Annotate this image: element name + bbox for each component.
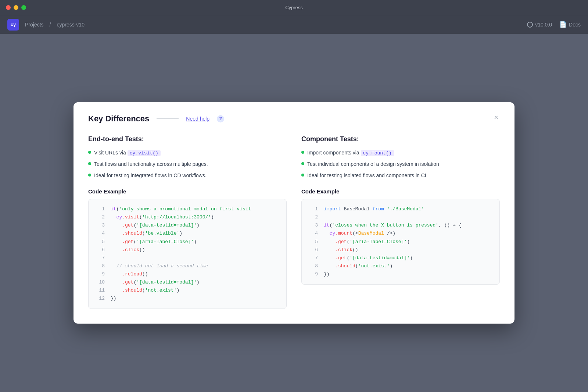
key-differences-modal: Key Differences Need help ? × End-to-end… (74, 102, 514, 324)
nav-project[interactable]: cypress-v10 (57, 22, 84, 28)
version-icon (527, 22, 533, 28)
version-btn[interactable]: v10.0.0 (527, 22, 552, 28)
version-label: v10.0.0 (535, 22, 552, 28)
e2e-bullet-3: Ideal for testing integrated flows in CD… (88, 172, 287, 179)
c-code-line-5: 5 .get('[aria-label=Close]') (302, 238, 499, 246)
page-background: Key Differences Need help ? × End-to-end… (0, 34, 588, 392)
component-code-block: 1 import BaseModal from './BaseModal' 2 … (301, 199, 500, 285)
cy-visit-code: cy.visit() (128, 150, 161, 156)
code-line-2: 2 cy.visit('http://localhost:3000/') (89, 213, 286, 221)
code-line-4: 4 .should('be.visible') (89, 229, 286, 238)
c-code-line-2: 2 (302, 213, 499, 221)
component-bullet-list: Import components via cy.mount() Test in… (301, 149, 500, 180)
component-bullet-1-text: Import components via cy.mount() (307, 149, 394, 157)
code-line-9: 9 .reload() (89, 270, 286, 278)
component-title: Component Tests: (301, 135, 500, 143)
e2e-bullet-3-text: Ideal for testing integrated flows in CD… (94, 172, 207, 179)
close-icon: × (494, 113, 498, 122)
header-right: v10.0.0 📄 Docs (527, 21, 581, 28)
help-icon[interactable]: ? (217, 115, 224, 122)
code-line-7: 7 (89, 254, 286, 262)
need-help-link[interactable]: Need help (186, 116, 209, 122)
code-line-1: 1 it('only shows a promotional modal on … (89, 205, 286, 213)
code-line-12: 12 }) (89, 295, 286, 303)
minimize-traffic-light[interactable] (14, 5, 18, 10)
e2e-bullet-1-text: Visit URLs via cy.visit() (94, 149, 161, 157)
close-traffic-light[interactable] (6, 5, 11, 10)
code-line-5: 5 .get('[aria-label=Close]') (89, 238, 286, 246)
docs-icon: 📄 (559, 21, 567, 28)
component-code-example-title: Code Example (301, 188, 500, 195)
modal-columns: End-to-end Tests: Visit URLs via cy.visi… (88, 135, 500, 309)
bullet-dot (88, 162, 91, 165)
code-line-8: 8 // should not load a second time (89, 262, 286, 270)
component-bullet-1: Import components via cy.mount() (301, 149, 500, 157)
app-title: Cypress (285, 5, 303, 10)
c-code-line-8: 8 .should('not.exist') (302, 262, 499, 270)
close-button[interactable]: × (491, 113, 501, 123)
e2e-bullet-2-text: Test flows and functionality across mult… (94, 160, 208, 168)
modal-title-divider (157, 118, 179, 119)
nav-projects[interactable]: Projects (25, 22, 44, 28)
c-code-line-4: 4 cy.mount(<BaseModal />) (302, 229, 499, 238)
e2e-code-example-title: Code Example (88, 188, 287, 195)
bullet-dot (301, 151, 304, 154)
bullet-dot (301, 174, 304, 177)
component-bullet-3-text: Ideal for testing isolated flows and com… (307, 172, 426, 179)
e2e-bullet-1: Visit URLs via cy.visit() (88, 149, 287, 157)
c-code-line-1: 1 import BaseModal from './BaseModal' (302, 205, 499, 213)
nav-separator: / (50, 22, 51, 28)
bullet-dot (301, 162, 304, 165)
c-code-line-7: 7 .get('[data-testid=modal]') (302, 254, 499, 262)
modal-header: Key Differences Need help ? (88, 114, 500, 124)
component-bullet-3: Ideal for testing isolated flows and com… (301, 172, 500, 179)
component-tests-column: Component Tests: Import components via c… (301, 135, 500, 309)
e2e-bullet-2: Test flows and functionality across mult… (88, 160, 287, 168)
cy-mount-code: cy.mount() (361, 150, 394, 156)
e2e-title: End-to-end Tests: (88, 135, 287, 143)
c-code-line-6: 6 .click() (302, 246, 499, 254)
code-line-11: 11 .should('not.exist') (89, 286, 286, 295)
e2e-code-block: 1 it('only shows a promotional modal on … (88, 199, 287, 309)
bullet-dot (88, 151, 91, 154)
cy-logo: cy (7, 19, 19, 31)
docs-btn[interactable]: 📄 Docs (559, 21, 581, 28)
component-bullet-2-text: Test individual components of a design s… (307, 160, 439, 168)
c-code-line-9: 9 }) (302, 270, 499, 278)
modal-title: Key Differences (88, 114, 149, 124)
code-line-10: 10 .get('[data-testid=modal]') (89, 278, 286, 286)
end-to-end-column: End-to-end Tests: Visit URLs via cy.visi… (88, 135, 287, 309)
app-header: cy Projects / cypress-v10 v10.0.0 📄 Docs (0, 15, 588, 34)
c-code-line-3: 3 it('closes when the X button is presse… (302, 221, 499, 229)
titlebar: Cypress (0, 0, 588, 15)
fullscreen-traffic-light[interactable] (21, 5, 26, 10)
code-line-3: 3 .get('[data-testid=modal]') (89, 221, 286, 229)
traffic-lights (6, 5, 26, 10)
code-line-6: 6 .click() (89, 246, 286, 254)
component-bullet-2: Test individual components of a design s… (301, 160, 500, 168)
e2e-bullet-list: Visit URLs via cy.visit() Test flows and… (88, 149, 287, 180)
bullet-dot (88, 174, 91, 177)
docs-label: Docs (569, 22, 581, 28)
